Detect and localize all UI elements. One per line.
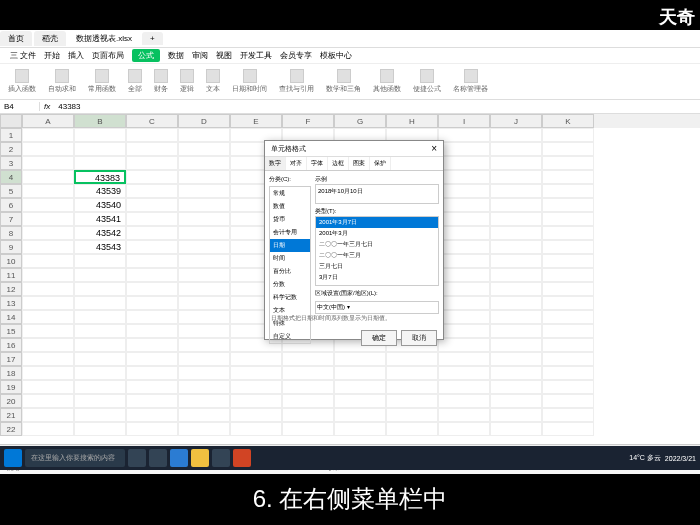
cell[interactable] xyxy=(178,142,230,156)
cell[interactable] xyxy=(22,324,74,338)
cell[interactable] xyxy=(542,422,594,436)
cell[interactable] xyxy=(22,408,74,422)
cell[interactable] xyxy=(126,408,178,422)
cell[interactable] xyxy=(542,310,594,324)
cell[interactable] xyxy=(22,366,74,380)
cell[interactable] xyxy=(126,240,178,254)
row-header[interactable]: 14 xyxy=(0,310,22,324)
cell[interactable] xyxy=(22,240,74,254)
type-item[interactable]: 3月7日 xyxy=(316,272,438,283)
cell[interactable] xyxy=(542,156,594,170)
type-list[interactable]: 2001年3月7日2001年3月二〇〇一年三月七日二〇〇一年三月三月七日3月7日… xyxy=(315,216,439,286)
cell[interactable] xyxy=(74,408,126,422)
type-item[interactable]: 2001年3月7日 xyxy=(316,217,438,228)
cell[interactable] xyxy=(22,394,74,408)
row-header[interactable]: 8 xyxy=(0,226,22,240)
cell[interactable] xyxy=(490,268,542,282)
cell[interactable] xyxy=(438,366,490,380)
cell[interactable] xyxy=(542,170,594,184)
cell[interactable] xyxy=(178,338,230,352)
cell[interactable] xyxy=(542,282,594,296)
cell[interactable] xyxy=(74,254,126,268)
tab-number[interactable]: 数字 xyxy=(265,157,286,170)
cell[interactable] xyxy=(438,170,490,184)
cell[interactable] xyxy=(438,198,490,212)
cell[interactable] xyxy=(438,380,490,394)
cell[interactable] xyxy=(22,268,74,282)
cell[interactable] xyxy=(438,184,490,198)
menu-layout[interactable]: 页面布局 xyxy=(92,50,124,61)
cell[interactable]: 43542 xyxy=(74,226,126,240)
row-header[interactable]: 12 xyxy=(0,282,22,296)
cell[interactable] xyxy=(22,212,74,226)
menu-start[interactable]: 开始 xyxy=(44,50,60,61)
cell[interactable] xyxy=(490,310,542,324)
col-d[interactable]: D xyxy=(178,114,230,128)
col-g[interactable]: G xyxy=(334,114,386,128)
row-header[interactable]: 2 xyxy=(0,142,22,156)
cell[interactable] xyxy=(282,394,334,408)
menu-insert[interactable]: 插入 xyxy=(68,50,84,61)
explorer-icon[interactable] xyxy=(191,449,209,467)
cell[interactable]: 43540 xyxy=(74,198,126,212)
cell[interactable] xyxy=(438,352,490,366)
cell[interactable] xyxy=(438,394,490,408)
cell[interactable] xyxy=(74,380,126,394)
cell[interactable] xyxy=(542,226,594,240)
cell[interactable]: 43539 xyxy=(74,184,126,198)
cell[interactable] xyxy=(126,366,178,380)
taskview-icon[interactable] xyxy=(149,449,167,467)
cell[interactable] xyxy=(178,212,230,226)
cell[interactable] xyxy=(126,394,178,408)
cell[interactable] xyxy=(22,184,74,198)
row-header[interactable]: 13 xyxy=(0,296,22,310)
cell[interactable] xyxy=(178,310,230,324)
fx-icon[interactable]: fx xyxy=(40,102,54,111)
cell[interactable] xyxy=(126,198,178,212)
cell[interactable] xyxy=(386,380,438,394)
category-item[interactable]: 百分比 xyxy=(270,265,310,278)
row-header[interactable]: 20 xyxy=(0,394,22,408)
type-item[interactable]: 三月七日 xyxy=(316,261,438,272)
row-header[interactable]: 21 xyxy=(0,408,22,422)
cell[interactable] xyxy=(490,296,542,310)
ribbon-text[interactable]: 文本 xyxy=(206,69,220,94)
type-item[interactable]: 二〇〇一年三月七日 xyxy=(316,239,438,250)
cell[interactable] xyxy=(334,380,386,394)
cell[interactable] xyxy=(334,408,386,422)
cell[interactable] xyxy=(282,408,334,422)
type-item[interactable]: 2001年3月 xyxy=(316,228,438,239)
cell[interactable] xyxy=(490,226,542,240)
cell[interactable] xyxy=(438,240,490,254)
cell[interactable] xyxy=(126,338,178,352)
cell[interactable] xyxy=(126,226,178,240)
cell[interactable]: 43541 xyxy=(74,212,126,226)
category-item[interactable]: 科学记数 xyxy=(270,291,310,304)
cell[interactable] xyxy=(438,408,490,422)
cell[interactable] xyxy=(386,394,438,408)
cell[interactable] xyxy=(490,240,542,254)
cell[interactable] xyxy=(438,142,490,156)
cell[interactable] xyxy=(282,352,334,366)
cell[interactable] xyxy=(230,380,282,394)
cell[interactable] xyxy=(542,324,594,338)
cell[interactable] xyxy=(230,408,282,422)
cell[interactable] xyxy=(230,422,282,436)
cell[interactable] xyxy=(438,282,490,296)
cell[interactable] xyxy=(126,254,178,268)
cell[interactable] xyxy=(74,128,126,142)
row-header[interactable]: 18 xyxy=(0,366,22,380)
cell[interactable] xyxy=(74,422,126,436)
tab-border[interactable]: 边框 xyxy=(328,157,349,170)
row-header[interactable]: 6 xyxy=(0,198,22,212)
cell[interactable] xyxy=(386,352,438,366)
cell[interactable] xyxy=(490,142,542,156)
tab-protect[interactable]: 保护 xyxy=(370,157,391,170)
col-a[interactable]: A xyxy=(22,114,74,128)
cell[interactable] xyxy=(542,408,594,422)
cell[interactable] xyxy=(74,156,126,170)
cell[interactable] xyxy=(178,226,230,240)
menu-formula[interactable]: 公式 xyxy=(132,49,160,62)
cell[interactable] xyxy=(22,422,74,436)
cell[interactable] xyxy=(22,170,74,184)
